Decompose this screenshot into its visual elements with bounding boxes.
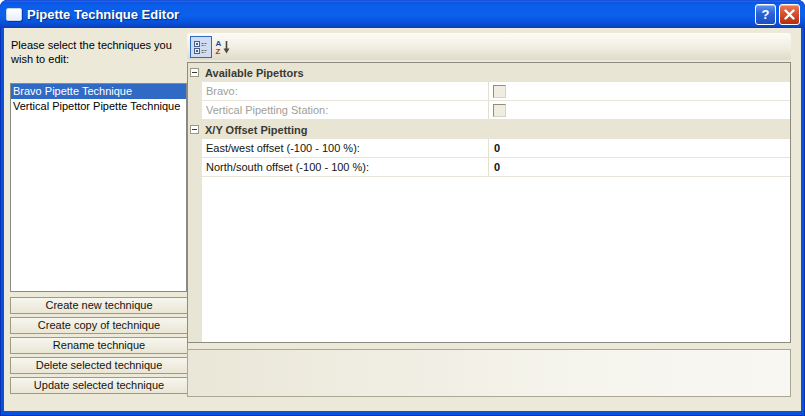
property-row-bravo[interactable]: Bravo: [188, 82, 790, 101]
property-row-east-west-offset[interactable]: East/west offset (-100 - 100 %): 0 [188, 139, 790, 158]
help-icon: ? [762, 7, 770, 22]
north-south-offset-value[interactable]: 0 [489, 161, 500, 173]
bravo-checkbox[interactable] [493, 85, 506, 98]
categorized-view-button[interactable] [190, 36, 212, 58]
titlebar[interactable]: Pipette Technique Editor ? [0, 0, 805, 28]
delete-selected-technique-button[interactable]: Delete selected technique [10, 357, 188, 374]
svg-text:Z: Z [216, 47, 221, 55]
category-label: X/Y Offset Pipetting [205, 124, 307, 136]
property-grid: Available Pipettors Bravo: Vertical Pipe… [187, 62, 791, 343]
alphabetical-sort-icon: A Z [215, 39, 231, 55]
property-name: Bravo: [202, 82, 489, 100]
update-selected-technique-button[interactable]: Update selected technique [10, 377, 188, 394]
close-icon [784, 9, 795, 20]
rename-technique-button[interactable]: Rename technique [10, 337, 188, 354]
client-area: Please select the techniques you wish to… [4, 28, 801, 411]
property-name: North/south offset (-100 - 100 %): [202, 158, 489, 176]
dialog-window: Pipette Technique Editor ? Please select… [0, 0, 805, 416]
east-west-offset-value[interactable]: 0 [489, 142, 500, 154]
property-row-vertical-pipetting-station[interactable]: Vertical Pipetting Station: [188, 101, 790, 120]
alphabetical-sort-button[interactable]: A Z [212, 36, 234, 58]
property-row-north-south-offset[interactable]: North/south offset (-100 - 100 %): 0 [188, 158, 790, 177]
vertical-pipetting-station-checkbox[interactable] [493, 104, 506, 117]
app-icon [6, 8, 22, 21]
property-description-panel [187, 349, 791, 397]
collapse-minus-icon[interactable] [190, 125, 199, 134]
help-button[interactable]: ? [755, 4, 776, 25]
category-xy-offset-pipetting[interactable]: X/Y Offset Pipetting [188, 120, 790, 139]
category-available-pipettors[interactable]: Available Pipettors [188, 63, 790, 82]
property-name: Vertical Pipetting Station: [202, 101, 489, 119]
property-name: East/west offset (-100 - 100 %): [202, 139, 489, 157]
collapse-minus-icon[interactable] [190, 68, 199, 77]
propertygrid-toolbar: A Z [187, 33, 791, 60]
categorized-view-icon [193, 39, 209, 55]
create-copy-of-technique-button[interactable]: Create copy of technique [10, 317, 188, 334]
list-item-bravo[interactable]: Bravo Pipette Technique [11, 84, 186, 99]
list-item-vertical-pipettor[interactable]: Vertical Pipettor Pipette Technique [11, 99, 186, 114]
instruction-label: Please select the techniques you wish to… [11, 38, 187, 66]
window-title: Pipette Technique Editor [27, 7, 752, 22]
technique-listbox[interactable]: Bravo Pipette Technique Vertical Pipetto… [10, 83, 187, 292]
category-label: Available Pipettors [205, 67, 304, 79]
close-button[interactable] [779, 4, 800, 25]
create-new-technique-button[interactable]: Create new technique [10, 297, 188, 314]
